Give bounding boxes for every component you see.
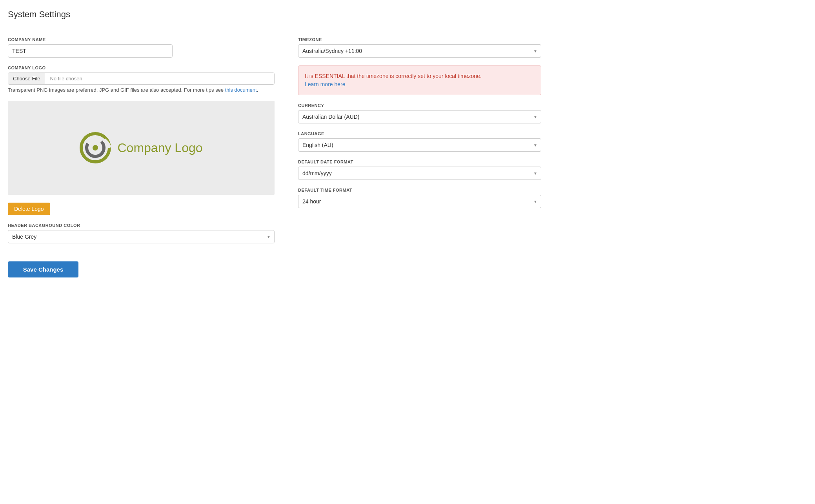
logo-preview-text: Company Logo [117,141,202,155]
logo-preview: Company Logo [8,101,275,195]
save-changes-button[interactable]: Save Changes [8,261,78,277]
choose-file-button[interactable]: Choose File [8,73,45,84]
time-format-select[interactable]: 24 hour 12 hour [298,195,541,208]
date-format-select-wrapper: dd/mm/yyyy mm/dd/yyyy yyyy-mm-dd [298,167,541,180]
divider [8,26,541,26]
logo-placeholder: Company Logo [80,132,202,163]
header-bg-color-select[interactable]: Blue Grey Dark Blue Green Red Grey [8,230,275,243]
language-select-wrapper: English (AU) English (US) English (UK) F… [298,138,541,152]
company-logo-label: COMPANY LOGO [8,65,275,70]
currency-field-group: CURRENCY Australian Dollar (AUD) US Doll… [298,103,541,123]
right-column: TIMEZONE Australia/Sydney +11:00 UTC +0:… [298,37,541,277]
company-name-input[interactable] [8,44,173,58]
currency-select[interactable]: Australian Dollar (AUD) US Dollar (USD) … [298,110,541,123]
language-field-group: LANGUAGE English (AU) English (US) Engli… [298,131,541,152]
company-name-field-group: COMPANY NAME [8,37,275,58]
time-format-select-wrapper: 24 hour 12 hour [298,195,541,208]
file-input-row: Choose File No file chosen [8,73,275,85]
timezone-alert-box: It is ESSENTIAL that the timezone is cor… [298,65,541,95]
bottom-section: Save Changes [8,255,275,277]
timezone-label: TIMEZONE [298,37,541,42]
delete-logo-button[interactable]: Delete Logo [8,203,50,215]
language-label: LANGUAGE [298,131,541,136]
page-container: System Settings COMPANY NAME COMPANY LOG… [0,0,549,287]
date-format-select[interactable]: dd/mm/yyyy mm/dd/yyyy yyyy-mm-dd [298,167,541,180]
header-bg-color-label: HEADER BACKGROUND COLOR [8,223,275,228]
date-format-field-group: DEFAULT DATE FORMAT dd/mm/yyyy mm/dd/yyy… [298,160,541,180]
page-title: System Settings [8,9,541,20]
header-bg-color-field-group: HEADER BACKGROUND COLOR Blue Grey Dark B… [8,223,275,243]
language-select[interactable]: English (AU) English (US) English (UK) F… [298,138,541,152]
company-name-label: COMPANY NAME [8,37,275,42]
currency-label: CURRENCY [298,103,541,108]
file-hint-link[interactable]: this document [225,87,257,93]
svg-point-2 [93,145,98,150]
file-hint-text: Transparent PNG images are preferred, JP… [8,87,224,93]
timezone-field-group: TIMEZONE Australia/Sydney +11:00 UTC +0:… [298,37,541,58]
left-column: COMPANY NAME COMPANY LOGO Choose File No… [8,37,275,277]
time-format-label: DEFAULT TIME FORMAT [298,188,541,192]
currency-select-wrapper: Australian Dollar (AUD) US Dollar (USD) … [298,110,541,123]
header-bg-color-select-wrapper: Blue Grey Dark Blue Green Red Grey [8,230,275,243]
main-grid: COMPANY NAME COMPANY LOGO Choose File No… [8,37,541,277]
alert-learn-more-link[interactable]: Learn more here [305,81,346,87]
file-hint: Transparent PNG images are preferred, JP… [8,87,275,93]
timezone-select-wrapper: Australia/Sydney +11:00 UTC +0:00 Americ… [298,44,541,58]
date-format-label: DEFAULT DATE FORMAT [298,160,541,164]
time-format-field-group: DEFAULT TIME FORMAT 24 hour 12 hour [298,188,541,208]
timezone-select[interactable]: Australia/Sydney +11:00 UTC +0:00 Americ… [298,44,541,58]
file-name-display: No file chosen [45,73,87,84]
company-logo-field-group: COMPANY LOGO Choose File No file chosen … [8,65,275,93]
alert-text: It is ESSENTIAL that the timezone is cor… [305,73,482,79]
company-logo-icon [80,132,111,163]
